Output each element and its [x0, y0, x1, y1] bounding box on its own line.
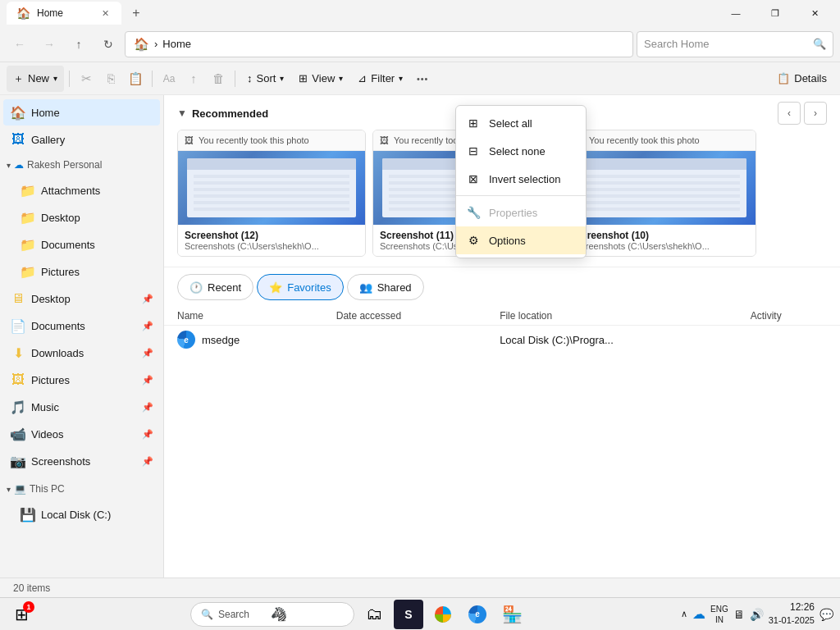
address-path[interactable]: 🏠 › Home — [125, 31, 633, 57]
tab-close-button[interactable]: ✕ — [98, 7, 112, 20]
recommended-prev-button[interactable]: ‹ — [778, 102, 801, 125]
toolbar: ＋ New ▾ ✂ ⎘ 📋 Aa ↑ 🗑 ↕ Sort ▾ ⊞ View ▾ ⊿… — [0, 62, 840, 95]
details-label: Details — [794, 72, 827, 84]
tab-favorites[interactable]: ⭐ Favorites — [257, 274, 343, 300]
paste-button[interactable]: 📋 — [124, 67, 147, 90]
taskbar: ⊞ 🔍 Search 🦓 🗂 S e 🏪 ∧ ☁ ENGIN 🖥 🔊 — [0, 597, 840, 630]
recommended-chevron-icon[interactable]: ▼ — [177, 107, 187, 119]
tab-home-label: Home — [37, 7, 92, 19]
tab-favorites-label: Favorites — [287, 281, 331, 294]
menu-item-invert-selection[interactable]: ⊠ Invert selection — [456, 165, 586, 193]
forward-button[interactable]: → — [36, 31, 62, 57]
cloud-tray-icon: ☁ — [692, 606, 705, 622]
sidebar-item-downloads[interactable]: ⬇ Downloads 📌 — [3, 340, 160, 366]
menu-icon-0: ⊞ — [466, 116, 481, 130]
sidebar-item-pictures[interactable]: 🖼 Pictures 📌 — [3, 367, 160, 393]
sidebar-item-desktop-sub[interactable]: 📁 Desktop — [13, 204, 160, 231]
view-button[interactable]: ⊞ View ▾ — [292, 66, 349, 92]
share-button[interactable]: ↑ — [182, 67, 205, 90]
folder-icon-2: ⬇ — [10, 345, 26, 361]
pin-icon-0: 📌 — [142, 294, 153, 304]
filter-icon: ⊿ — [358, 72, 367, 84]
details-button[interactable]: 📋 Details — [770, 66, 833, 92]
taskbar-windows-icon[interactable] — [428, 600, 458, 629]
sidebar-item-documents[interactable]: 📄 Documents 📌 — [3, 313, 160, 339]
cut-button[interactable]: ✂ — [75, 67, 98, 90]
card-2[interactable]: 🖼 You recently took this photo Screensho… — [568, 130, 756, 257]
search-box[interactable]: Search Home 🔍 — [637, 31, 833, 57]
sidebar-item-gallery[interactable]: 🖼 Gallery — [3, 126, 160, 153]
table-row[interactable]: e msedge Local Disk (C:)\Progra... — [164, 326, 840, 354]
sort-button[interactable]: ↕ Sort ▾ — [240, 66, 290, 92]
taskbar-explorer-button[interactable]: 🗂 — [359, 600, 389, 629]
toolbar-separator-2 — [152, 71, 153, 87]
quick-access-list: 🖥 Desktop 📌📄 Documents 📌⬇ Downloads 📌🖼 P… — [0, 285, 163, 474]
recommended-nav: ‹ › — [778, 102, 827, 125]
recommended-next-button[interactable]: › — [804, 102, 827, 125]
card-0[interactable]: 🖼 You recently took this photo Screensho… — [177, 130, 366, 257]
tab-recent[interactable]: 🕐 Recent — [177, 274, 253, 300]
minimize-button[interactable]: — — [717, 0, 755, 26]
new-button[interactable]: ＋ New ▾ — [7, 66, 64, 92]
more-button[interactable]: ••• — [411, 67, 434, 90]
taskbar-center: 🔍 Search 🦓 🗂 S e 🏪 — [39, 600, 678, 629]
tab-home[interactable]: 🏠 Home ✕ — [7, 2, 121, 25]
taskbar-edge-button[interactable]: e — [463, 600, 492, 629]
up-button[interactable]: ↑ — [66, 31, 92, 57]
folder-icon: 📁 — [20, 183, 36, 199]
pin-icon-4: 📌 — [142, 402, 153, 413]
card-path-0: Screenshots (C:\Users\shekh\O... — [185, 241, 358, 251]
sidebar-section-thispc[interactable]: ▾ 💻 This PC — [0, 477, 163, 500]
sidebar-section-rakesh[interactable]: ▾ ☁ Rakesh Personal — [0, 153, 163, 176]
expand-rakesh-icon: ▾ — [7, 161, 11, 170]
sidebar-item-local-disk[interactable]: 💾 Local Disk (C:) — [13, 501, 160, 527]
sort-icon: ↕ — [247, 72, 253, 84]
taskbar-right: ∧ ☁ ENGIN 🖥 🔊 12:26 31-01-2025 💬 — [681, 600, 833, 627]
sidebar-item-desktop[interactable]: 🖥 Desktop 📌 — [3, 285, 160, 312]
menu-item-select-none[interactable]: ⊟ Select none — [456, 137, 586, 165]
sidebar-documents-sub-label: Documents — [41, 239, 95, 251]
system-tray-expand[interactable]: ∧ — [681, 609, 687, 619]
maximize-button[interactable]: ❐ — [756, 0, 794, 26]
card-name-0: Screenshot (12) — [185, 230, 358, 241]
new-tab-button[interactable]: + — [125, 2, 148, 25]
view-chevron-icon: ▾ — [339, 74, 343, 83]
rename-button[interactable]: Aa — [158, 67, 180, 90]
start-button[interactable]: ⊞ — [7, 600, 36, 629]
card-info-2: Screenshot (10) Screenshots (C:\Users\sh… — [568, 225, 756, 256]
tab-shared[interactable]: 👥 Shared — [347, 274, 424, 300]
menu-label-5: Options — [489, 235, 526, 247]
close-button[interactable]: ✕ — [796, 0, 833, 26]
sidebar-item-attachments[interactable]: 📁 Attachments — [13, 177, 160, 203]
pc-icon: 💻 — [14, 483, 26, 495]
sidebar-item-music[interactable]: 🎵 Music 📌 — [3, 394, 160, 420]
sidebar-item-screenshots[interactable]: 📷 Screenshots 📌 — [3, 448, 160, 474]
lang-indicator: ENGIN — [710, 604, 728, 625]
filter-button[interactable]: ⊿ Filter ▾ — [351, 66, 409, 92]
sidebar-item-documents-sub[interactable]: 📁 Documents — [13, 231, 160, 258]
sidebar-item-home[interactable]: 🏠 Home — [3, 99, 160, 126]
copy-button[interactable]: ⎘ — [99, 67, 122, 90]
path-separator: › — [154, 38, 158, 50]
sidebar-item-pictures-sub[interactable]: 📁 Pictures — [13, 258, 160, 285]
notification-icon[interactable]: 💬 — [819, 608, 833, 621]
toolbar-separator-3 — [235, 71, 235, 87]
recent-icon: 🕐 — [189, 281, 203, 294]
taskbar-search[interactable]: 🔍 Search 🦓 — [190, 602, 354, 627]
search-icon: 🔍 — [813, 38, 826, 50]
menu-item-options[interactable]: ⚙ Options — [456, 226, 586, 254]
volume-icon[interactable]: 🔊 — [750, 608, 764, 621]
path-label: Home — [162, 38, 191, 50]
menu-item-select-all[interactable]: ⊞ Select all — [456, 109, 586, 137]
back-button[interactable]: ← — [7, 31, 33, 57]
sidebar-item-videos[interactable]: 📹 Videos 📌 — [3, 421, 160, 447]
col-activity: Activity — [737, 307, 840, 326]
refresh-button[interactable]: ↻ — [95, 31, 121, 57]
taskbar-store-button[interactable]: 🏪 — [497, 600, 527, 629]
title-bar-tabs: 🏠 Home ✕ + — [7, 2, 717, 25]
delete-button[interactable]: 🗑 — [207, 67, 230, 90]
taskbar-paint-button[interactable]: S — [394, 600, 423, 629]
details-icon: 📋 — [777, 72, 790, 84]
card-photo-icon-0: 🖼 — [185, 135, 194, 145]
clock-time: 12:26 — [769, 600, 815, 614]
